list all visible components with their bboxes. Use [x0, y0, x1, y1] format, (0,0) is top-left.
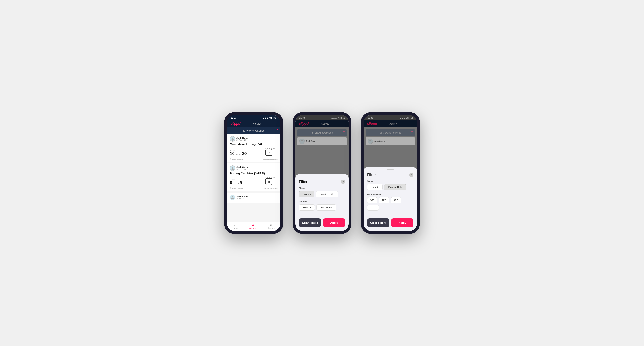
- card-header-1: Josh Coles 28 Feb 2023 ···: [230, 136, 278, 142]
- putt-btn-3[interactable]: PUTT: [367, 205, 379, 211]
- more-options-3[interactable]: ···: [275, 195, 278, 199]
- status-bar-1: 11:33 ▲▲▲ WiFi 51: [227, 115, 280, 120]
- app-btn-3[interactable]: APP: [379, 197, 389, 203]
- quality-badge-1: 75: [266, 149, 272, 156]
- ott-btn-3[interactable]: OTT: [367, 197, 377, 203]
- card-user-info-2: Josh Coles 28 Feb 2023: [236, 166, 248, 170]
- filter-overlay-2: Filter ✕ Show Rounds Practice Drills Rou…: [295, 115, 349, 231]
- more-options-1[interactable]: ···: [275, 137, 278, 141]
- arg-btn-3[interactable]: ARG: [391, 197, 401, 203]
- scene: 11:33 ▲▲▲ WiFi 51 clippd Activity ⊞ View: [216, 101, 428, 245]
- footer-data-1: Data: Clippd Capture: [263, 158, 278, 160]
- show-label-3: Show: [367, 180, 414, 182]
- signal-icon: ▲▲▲: [263, 117, 269, 119]
- clear-filters-btn-3[interactable]: Clear Filters: [367, 218, 389, 227]
- footer-info-2: Test Information: [232, 187, 243, 189]
- nav-home-1[interactable]: ⌂ Home: [233, 223, 238, 229]
- practice-drills-btn-2[interactable]: Practice Drills: [316, 191, 338, 197]
- info-icon-2: ⓘ: [230, 187, 231, 189]
- footer-info-1: Test Information: [232, 158, 243, 160]
- shots-value-1: 20: [242, 152, 247, 156]
- more-options-2[interactable]: ···: [275, 166, 278, 170]
- stat-quality-1: Shot Quality 75: [266, 147, 278, 156]
- filter-title-2: Filter: [299, 180, 308, 184]
- home-label-1: Home: [233, 227, 238, 229]
- apply-btn-2[interactable]: Apply: [323, 218, 345, 227]
- activity-card-1: Josh Coles 28 Feb 2023 ··· Must Make Put…: [227, 134, 280, 162]
- capture-label-1: Capture: [268, 227, 274, 229]
- card-user-2: Josh Coles 28 Feb 2023: [230, 165, 248, 171]
- user-name-3: Josh Coles: [236, 195, 248, 197]
- filter-handle-3: [387, 170, 394, 170]
- practice-round-btn-2[interactable]: Practice: [299, 204, 315, 211]
- clear-filters-btn-2[interactable]: Clear Filters: [299, 218, 321, 227]
- svg-point-0: [232, 138, 233, 139]
- filter-close-3[interactable]: ✕: [409, 173, 414, 177]
- filter-footer-3: Clear Filters Apply: [367, 218, 414, 227]
- out-of-1: OUT OF: [235, 153, 242, 156]
- stat-score-1: Score 10 OUT OF 20: [230, 150, 247, 156]
- filter-handle-2: [318, 176, 326, 177]
- activity-card-3: Josh Coles 28 Feb 2023 ···: [227, 192, 280, 203]
- rounds-btn-2[interactable]: Rounds: [299, 191, 314, 197]
- nav-title-1: Activity: [253, 122, 261, 125]
- score-value-2: 0: [230, 181, 232, 185]
- card-title-2: Putting Combine (3-15 ft): [230, 172, 278, 175]
- practice-drills-btn-3[interactable]: Practice Drills: [384, 184, 406, 190]
- notification-dot-1: [277, 129, 278, 131]
- phone-1: 11:33 ▲▲▲ WiFi 51 clippd Activity ⊞ View: [224, 112, 283, 234]
- tournament-btn-2[interactable]: Tournament: [316, 204, 336, 211]
- quality-badge-2: 45: [266, 178, 272, 185]
- footer-data-2: Data: Clippd Capture: [263, 187, 278, 189]
- phone-2-inner: 11:33 ▲▲▲ WiFi 51 clippd Activity ⊞: [295, 115, 349, 231]
- wifi-icon: WiFi: [270, 117, 274, 119]
- phone-1-inner: 11:33 ▲▲▲ WiFi 51 clippd Activity ⊞ View: [227, 115, 280, 231]
- card-footer-2: ⓘ Test Information Data: Clippd Capture: [230, 186, 278, 189]
- battery-icon: 51: [274, 117, 276, 119]
- viewing-label-1: Viewing Activities: [246, 130, 264, 132]
- filter-header-2: Filter ✕: [299, 180, 345, 184]
- apply-btn-3[interactable]: Apply: [391, 218, 414, 227]
- bottom-nav-1: ⌂ Home ♟ Activities ⊕ Capture: [227, 222, 280, 231]
- rounds-btn-3[interactable]: Rounds: [367, 184, 383, 190]
- filter-sheet-2: Filter ✕ Show Rounds Practice Drills Rou…: [295, 174, 349, 231]
- svg-point-1: [231, 139, 234, 141]
- rounds-options-2: Practice Tournament: [299, 204, 345, 211]
- activities-icon-1: ♟: [252, 223, 254, 227]
- user-name-1: Josh Coles: [236, 137, 248, 139]
- card-user-info-1: Josh Coles 28 Feb 2023: [236, 137, 248, 141]
- phone-3-inner: 11:33 ▲▲▲ WiFi 51 clippd Activity ⊞: [364, 115, 417, 231]
- show-options-2: Rounds Practice Drills: [299, 191, 345, 197]
- nav-activities-1[interactable]: ♟ Activities: [250, 223, 256, 229]
- show-options-3: Rounds Practice Drills: [367, 184, 414, 190]
- card-header-3: Josh Coles 28 Feb 2023 ···: [230, 194, 278, 200]
- nav-bar-1: clippd Activity: [227, 120, 280, 127]
- practice-drills-label-3: Practice Drills: [367, 193, 414, 196]
- footer-left-2: ⓘ Test Information: [230, 187, 243, 189]
- filter-footer-2: Clear Filters Apply: [299, 218, 345, 227]
- avatar-2: [230, 165, 235, 171]
- filter-close-2[interactable]: ✕: [341, 180, 345, 184]
- activities-list-1: Josh Coles 28 Feb 2023 ··· Must Make Put…: [227, 134, 280, 222]
- quality-label-1: Shot Quality: [266, 147, 278, 149]
- svg-point-4: [232, 196, 233, 197]
- nav-capture-1[interactable]: ⊕ Capture: [268, 223, 274, 229]
- filter-header-3: Filter ✕: [367, 173, 414, 177]
- avatar-3: [230, 194, 235, 200]
- filter-sheet-3: Filter ✕ Show Rounds Practice Drills Pra…: [364, 167, 417, 231]
- svg-point-2: [232, 167, 233, 168]
- activities-label-1: Activities: [250, 227, 256, 229]
- home-icon-1: ⌂: [234, 223, 236, 227]
- viewing-banner-1[interactable]: ⊞ Viewing Activities: [227, 127, 280, 134]
- card-user-info-3: Josh Coles 28 Feb 2023: [236, 195, 248, 199]
- stat-score-2: Score 0 OUT OF 9: [230, 179, 242, 185]
- time-1: 11:33: [231, 117, 236, 119]
- card-stats-2: Score 0 OUT OF 9 Shot Quality 45: [230, 176, 278, 185]
- menu-button-1[interactable]: [273, 123, 277, 125]
- svg-point-5: [231, 198, 234, 199]
- user-date-1: 28 Feb 2023: [236, 139, 248, 141]
- info-icon-1: ⓘ: [230, 158, 231, 160]
- show-label-2: Show: [299, 187, 345, 189]
- out-of-2: OUT OF: [232, 182, 239, 185]
- filter-icon-1: ⊞: [243, 129, 245, 132]
